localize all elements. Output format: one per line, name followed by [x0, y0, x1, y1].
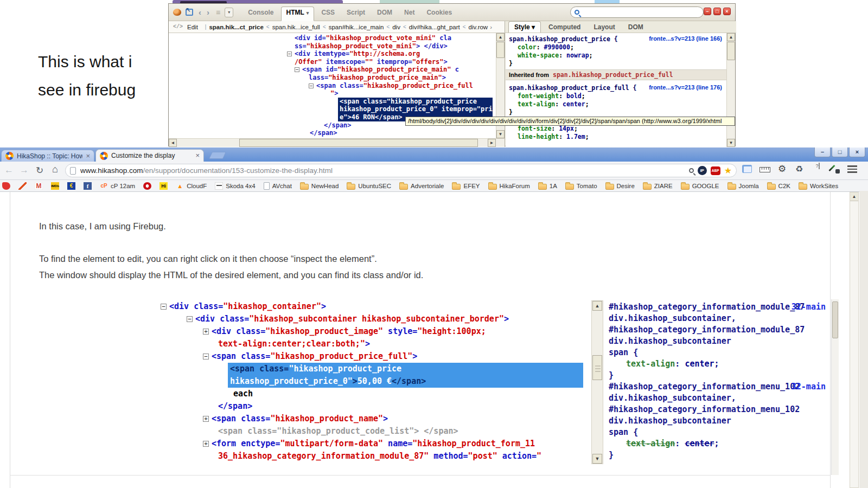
expander-icon[interactable]: + — [203, 329, 209, 335]
back-icon[interactable]: ‹ — [199, 8, 201, 17]
expander-icon[interactable]: − — [287, 52, 292, 56]
panel-options-dropdown[interactable]: ▾ — [225, 8, 233, 17]
bookmark-item[interactable]: IMDb — [51, 182, 59, 190]
close-icon[interactable]: × — [195, 153, 200, 158]
breadcrumb-more-icon[interactable]: › — [490, 24, 492, 30]
style-tab-style[interactable]: Style ▾ — [508, 21, 541, 33]
bookmark-item[interactable]: EFEY — [452, 182, 480, 190]
zoom-icon[interactable] — [689, 168, 694, 173]
window-restore-button[interactable]: □ — [832, 147, 848, 157]
code-chevrons-icon[interactable]: </> — [173, 24, 183, 30]
bookmark-item[interactable]: M — [35, 182, 43, 190]
scroll-thumb[interactable] — [592, 355, 602, 380]
bookmark-item[interactable]: f — [84, 182, 92, 190]
bookmark-item[interactable]: Tomato — [565, 182, 597, 190]
firebug-tab-script[interactable]: Script — [342, 7, 370, 18]
bookmark-item[interactable]: AVchat — [264, 182, 292, 190]
firebug-tab-dom[interactable]: DOM — [372, 7, 397, 18]
home-button[interactable]: ⌂ — [52, 164, 58, 175]
bookmark-item[interactable] — [2, 182, 10, 190]
bookmark-item[interactable]: ▲CloudF — [176, 182, 207, 190]
breadcrumb-item[interactable]: span.hik...ice_full — [272, 24, 320, 30]
expander-icon[interactable]: + — [203, 416, 209, 422]
page-scrollbar[interactable]: ▲ — [850, 192, 859, 488]
vertical-scrollbar[interactable] — [831, 299, 839, 475]
bookmark-item[interactable]: NewHead — [300, 182, 339, 190]
firebug-tab-net[interactable]: Net — [399, 7, 419, 18]
firebug-search-box[interactable] — [570, 7, 704, 18]
breadcrumb-item-selected[interactable]: span.hik...ct_price — [209, 24, 263, 30]
ext-ruler-icon[interactable] — [760, 167, 770, 172]
scroll-left-button[interactable]: ◄ — [169, 139, 177, 147]
browser-tab-hikashop-topic[interactable]: HikaShop :: Topic: How to m × — [1, 150, 94, 162]
scroll-down-button[interactable]: ▼ — [496, 130, 505, 138]
new-tab-button[interactable] — [209, 152, 226, 159]
ext-frames-icon[interactable] — [742, 165, 752, 173]
url-bar[interactable]: www.hikashop.com/en/support/documentatio… — [65, 164, 737, 177]
edit-button[interactable]: Edit — [187, 24, 198, 30]
firebug-tab-css[interactable]: CSS — [316, 7, 340, 18]
menu-button[interactable] — [847, 165, 857, 175]
bookmark-item[interactable]: Hi — [159, 182, 168, 190]
bookmark-item[interactable]: cPcP 12am — [100, 182, 135, 190]
css-source-link[interactable]: 32-main — [792, 301, 826, 313]
firebug-tab-cookies[interactable]: Cookies — [422, 7, 457, 18]
vertical-scrollbar[interactable]: ▲ ▼ — [726, 33, 735, 147]
firebug-tab-console[interactable]: Console — [243, 7, 278, 18]
bookmark-item[interactable]: Skoda 4x4 — [215, 182, 255, 190]
firebug-icon[interactable] — [173, 9, 181, 16]
adblock-badge[interactable]: ABP — [711, 166, 720, 175]
gear-icon[interactable]: ⚙ — [778, 163, 786, 175]
scroll-down-button[interactable]: ▼ — [592, 454, 602, 464]
css-source-link[interactable]: 32-main — [792, 381, 826, 393]
forward-button[interactable]: → — [20, 165, 29, 176]
url-text[interactable]: www.hikashop.com/en/support/documentatio… — [80, 166, 685, 175]
ip-extension-badge[interactable]: iP — [698, 166, 707, 175]
list-icon[interactable]: ≡ — [216, 8, 220, 17]
firebug-minimize-button[interactable]: − — [704, 8, 711, 15]
bookmark-item[interactable]: Advertoriale — [399, 182, 444, 190]
bookmark-item[interactable]: HikaForum — [488, 182, 530, 190]
scroll-thumb[interactable] — [496, 42, 505, 58]
firebug-detach-button[interactable]: □ — [713, 8, 721, 15]
css-source-link[interactable]: fronte...s?v=213 (line 176) — [649, 84, 722, 91]
scroll-up-button[interactable]: ▲ — [592, 301, 602, 311]
bookmark-item[interactable]: 1A — [538, 182, 557, 190]
scroll-thumb[interactable] — [832, 301, 838, 338]
bookmark-item[interactable]: ZIARE — [643, 182, 673, 190]
window-minimize-button[interactable]: – — [814, 147, 831, 157]
style-tab-dom[interactable]: DOM — [623, 22, 649, 33]
firebug-tab-html[interactable]: HTML▾ — [281, 7, 315, 21]
browser-tab-customize-display[interactable]: Customize the display × — [95, 149, 204, 162]
expander-icon[interactable]: − — [187, 316, 193, 322]
ext-measure-icon[interactable]: ? — [812, 163, 824, 169]
page-icon[interactable] — [70, 167, 76, 175]
breadcrumb-item[interactable]: div — [392, 24, 400, 30]
expander-icon[interactable]: − — [309, 84, 314, 88]
style-tab-layout[interactable]: Layout — [588, 22, 620, 33]
close-icon[interactable]: × — [86, 153, 90, 159]
horizontal-scrollbar[interactable]: ◄ ► — [169, 138, 505, 147]
scroll-up-button[interactable]: ▲ — [850, 192, 858, 201]
expander-icon[interactable]: − — [203, 354, 209, 359]
bookmark-item[interactable]: WorkSites — [799, 182, 838, 190]
breadcrumb-item[interactable]: div#hika...ght_part — [409, 24, 460, 30]
bookmark-item[interactable] — [143, 182, 151, 190]
bookmark-item[interactable]: Desire — [605, 182, 635, 190]
expander-icon[interactable]: − — [161, 304, 167, 310]
css-source-link[interactable]: fronte...s?v=213 (line 166) — [649, 35, 722, 42]
recycle-icon[interactable]: ♻ — [795, 164, 803, 174]
expander-icon[interactable]: − — [295, 67, 299, 72]
window-close-button[interactable]: × — [849, 147, 865, 157]
scroll-thumb[interactable] — [727, 42, 735, 60]
bookmark-item[interactable]: C2K — [767, 182, 790, 190]
bookmark-item[interactable]: € — [67, 182, 75, 190]
breadcrumb-item[interactable]: span#hik...ice_main — [329, 24, 384, 30]
bookmark-item[interactable]: GOOGLE — [681, 182, 719, 190]
firebug-search-input[interactable] — [579, 8, 703, 16]
scroll-up-button[interactable]: ▲ — [727, 33, 735, 41]
firebug-close-button[interactable]: × — [723, 8, 731, 15]
bookmark-item[interactable] — [18, 182, 27, 190]
bookmark-item[interactable]: Joomla — [727, 182, 759, 190]
inherited-selector[interactable]: span.hikashop_product_price_full — [553, 71, 673, 79]
